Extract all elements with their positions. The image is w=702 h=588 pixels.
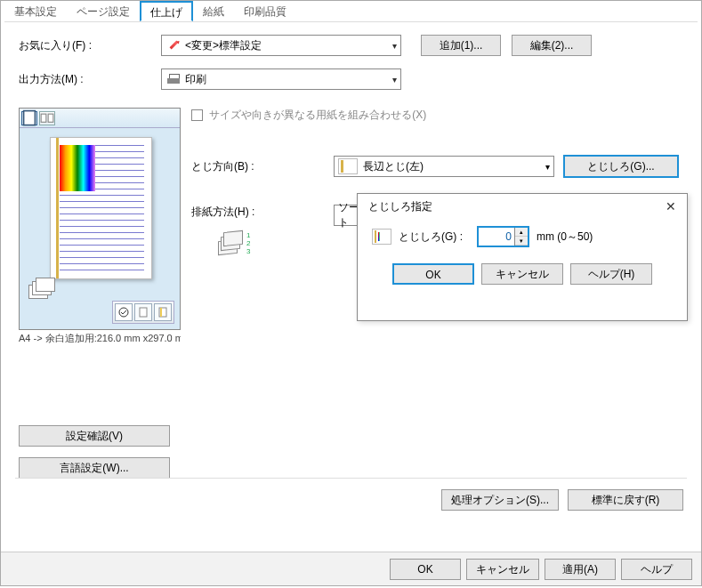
preview-caption: A4 -> 余白追加用:216.0 mm x297.0 m (19, 332, 181, 345)
spin-up-icon[interactable]: ▴ (515, 228, 528, 237)
mix-sizes-checkbox[interactable] (191, 109, 203, 121)
binding-icon (338, 158, 358, 174)
close-icon[interactable]: ✕ (662, 197, 680, 215)
gutter-spinner[interactable]: ▴ ▾ (477, 226, 529, 247)
output-method-label: 排紙方法(H) : (191, 205, 334, 220)
chevron-down-icon: ▾ (545, 162, 550, 172)
preview-toggle-check[interactable] (115, 303, 133, 321)
binding-label: とじ方向(B) : (191, 159, 334, 174)
chevron-down-icon: ▾ (392, 75, 397, 85)
preview-panel (19, 108, 181, 330)
collate-icon: 123 (218, 231, 245, 256)
chevron-down-icon: ▾ (392, 41, 397, 51)
favorite-value: <変更>標準設定 (185, 38, 262, 53)
favorite-label: お気に入り(F) : (19, 38, 161, 53)
gutter-input[interactable] (479, 228, 514, 246)
output-value: 印刷 (185, 72, 206, 87)
preview-toggle-margin[interactable] (154, 303, 172, 321)
tab-quality[interactable]: 印刷品質 (234, 1, 296, 21)
preview-toggle-blank[interactable] (134, 303, 152, 321)
svg-rect-1 (41, 114, 46, 122)
svg-rect-6 (160, 308, 162, 317)
ok-button[interactable]: OK (390, 559, 461, 580)
gutter-button[interactable]: とじしろ(G)... (563, 155, 679, 178)
stack-icon (28, 278, 55, 304)
binding-combo[interactable]: 長辺とじ(左) ▾ (334, 156, 554, 177)
gutter-unit: mm (0～50) (537, 230, 593, 245)
preview-page (50, 137, 152, 279)
preview-mode-portrait[interactable] (21, 111, 37, 125)
pencil-icon (167, 38, 182, 52)
svg-rect-2 (48, 114, 53, 122)
help-button[interactable]: ヘルプ (621, 559, 692, 580)
tab-finishing[interactable]: 仕上げ (140, 1, 193, 21)
dialog-ok-button[interactable]: OK (392, 263, 474, 285)
apply-button[interactable]: 適用(A) (545, 559, 616, 580)
preview-mode-spread[interactable] (39, 111, 55, 125)
dialog-footer: OK キャンセル 適用(A) ヘルプ (1, 552, 701, 585)
printer-icon (167, 74, 180, 85)
tab-paper[interactable]: 給紙 (193, 1, 234, 21)
mix-sizes-label: サイズや向きが異なる用紙を組み合わせる(X) (209, 109, 426, 121)
restore-defaults-button[interactable]: 標準に戻す(R) (568, 489, 683, 511)
tab-page[interactable]: ページ設定 (67, 1, 140, 21)
separator (15, 478, 687, 479)
tab-bar: 基本設定 ページ設定 仕上げ 給紙 印刷品質 (1, 1, 296, 22)
svg-rect-0 (24, 111, 36, 125)
spin-down-icon[interactable]: ▾ (515, 237, 528, 246)
dialog-help-button[interactable]: ヘルプ(H) (570, 263, 652, 285)
svg-point-3 (119, 308, 128, 317)
cancel-button[interactable]: キャンセル (466, 559, 539, 580)
favorite-edit-button[interactable]: 編集(2)... (512, 35, 592, 56)
gutter-dialog: とじしろ指定 ✕ とじしろ(G) : ▴ ▾ mm (0～50) (357, 193, 688, 321)
dialog-cancel-button[interactable]: キャンセル (481, 263, 563, 285)
tab-basic[interactable]: 基本設定 (4, 1, 67, 21)
settings-confirm-button[interactable]: 設定確認(V) (19, 425, 170, 447)
output-label: 出力方法(M) : (19, 72, 161, 87)
gutter-field-label: とじしろ(G) : (399, 230, 477, 245)
processing-options-button[interactable]: 処理オプション(S)... (441, 489, 559, 511)
svg-rect-4 (140, 308, 147, 317)
preview-toggle-group (112, 301, 174, 324)
favorite-add-button[interactable]: 追加(1)... (421, 35, 501, 56)
gutter-field-icon (372, 229, 391, 245)
favorite-combo[interactable]: <変更>標準設定 ▾ (161, 35, 401, 56)
binding-value: 長辺とじ(左) (363, 159, 424, 174)
language-settings-button[interactable]: 言語設定(W)... (19, 457, 170, 479)
gutter-dialog-title: とじしろ指定 (368, 199, 432, 214)
output-combo[interactable]: 印刷 ▾ (161, 68, 401, 90)
